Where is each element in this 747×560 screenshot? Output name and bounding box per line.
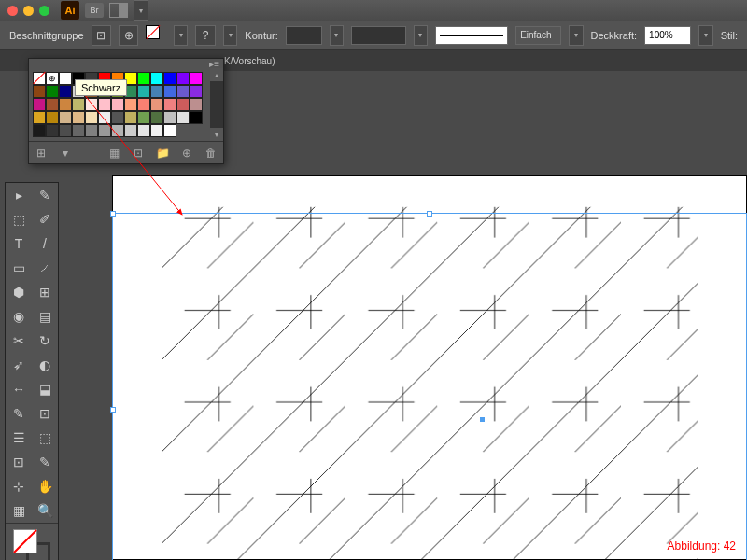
swatch[interactable] xyxy=(190,72,203,85)
swatch[interactable] xyxy=(59,98,72,111)
swatch[interactable] xyxy=(163,111,176,124)
tool-button[interactable]: ✐ xyxy=(32,207,58,231)
swatch[interactable] xyxy=(98,124,111,137)
swatch-library-icon[interactable]: ⊞ xyxy=(33,145,49,161)
tool-button[interactable]: ↔ xyxy=(6,377,32,401)
stroke-weight-input[interactable] xyxy=(286,26,322,45)
new-group-icon[interactable]: 📁 xyxy=(154,145,171,161)
tool-button[interactable]: ⊡ xyxy=(32,401,58,426)
stroke-swatch[interactable]: ? xyxy=(195,25,215,46)
fill-swatch[interactable] xyxy=(146,25,165,46)
tool-button[interactable]: ▤ xyxy=(32,304,58,329)
brush-preview[interactable] xyxy=(435,26,508,45)
swatch[interactable] xyxy=(150,124,163,137)
swatch[interactable] xyxy=(59,72,72,85)
tool-button[interactable]: ✋ xyxy=(32,474,58,498)
swatch[interactable] xyxy=(137,98,150,111)
swatch-options-icon[interactable]: ⊡ xyxy=(130,145,147,161)
workspace-layout-button[interactable] xyxy=(109,3,128,18)
transform-icon[interactable]: ⊡ xyxy=(92,25,111,46)
swatch[interactable] xyxy=(176,111,190,124)
document-tab[interactable]: K/Vorschau) xyxy=(224,56,275,66)
swatch[interactable] xyxy=(85,98,98,111)
swatch-menu-icon[interactable]: ▾ xyxy=(57,145,74,161)
tool-button[interactable]: ⬚ xyxy=(32,426,58,450)
scroll-up-icon[interactable]: ▴ xyxy=(210,68,223,81)
swatch[interactable] xyxy=(137,72,150,85)
tool-button[interactable]: ⊹ xyxy=(6,474,32,498)
swatch[interactable] xyxy=(137,85,150,98)
swatch[interactable] xyxy=(33,124,46,137)
swatch-scrollbar[interactable]: ▴ ▾ xyxy=(210,68,223,141)
window-maximize-button[interactable] xyxy=(39,6,49,16)
swatch[interactable] xyxy=(46,85,59,98)
swatch[interactable] xyxy=(176,85,190,98)
swatch[interactable] xyxy=(176,72,190,85)
swatch[interactable] xyxy=(59,111,72,124)
swatch-kind-icon[interactable]: ▦ xyxy=(106,145,122,161)
tool-button[interactable]: ⬓ xyxy=(32,377,58,401)
swatch[interactable] xyxy=(85,124,98,137)
bridge-button[interactable]: Br xyxy=(85,3,104,18)
swatch[interactable] xyxy=(124,111,137,124)
swatch[interactable] xyxy=(137,124,150,137)
stroke-dropdown[interactable]: ▾ xyxy=(223,25,238,46)
fill-color-icon[interactable] xyxy=(13,529,37,553)
artboard[interactable] xyxy=(112,175,747,560)
swatch[interactable] xyxy=(59,124,72,137)
swatch[interactable] xyxy=(33,85,46,98)
swatch[interactable] xyxy=(150,98,163,111)
swatch[interactable] xyxy=(163,72,176,85)
opacity-input[interactable] xyxy=(644,26,691,45)
fill-dropdown[interactable]: ▾ xyxy=(174,25,189,46)
tool-button[interactable]: ⊞ xyxy=(32,280,58,304)
swatch[interactable] xyxy=(163,98,176,111)
swatch[interactable] xyxy=(111,98,124,111)
swatch[interactable] xyxy=(72,98,85,111)
tool-button[interactable]: 🔍 xyxy=(32,498,58,523)
swatch[interactable] xyxy=(137,111,150,124)
fill-stroke-control[interactable] xyxy=(13,529,50,560)
tool-button[interactable]: ✎ xyxy=(32,183,58,207)
tool-button[interactable]: ▦ xyxy=(6,498,32,523)
align-icon[interactable]: ⊕ xyxy=(119,25,138,46)
swatch[interactable] xyxy=(46,111,59,124)
tool-button[interactable]: ☰ xyxy=(6,426,32,450)
tool-button[interactable]: ➶ xyxy=(6,353,32,377)
swatch[interactable] xyxy=(72,124,85,137)
swatch[interactable] xyxy=(150,72,163,85)
new-swatch-icon[interactable]: ⊕ xyxy=(178,145,195,161)
delete-swatch-icon[interactable]: 🗑 xyxy=(203,145,219,161)
tool-button[interactable]: ◐ xyxy=(32,353,58,377)
tool-button[interactable]: ↻ xyxy=(32,329,58,353)
swatch[interactable] xyxy=(72,111,85,124)
swatch[interactable] xyxy=(111,124,124,137)
swatch-registration[interactable]: ⊕ xyxy=(46,72,59,85)
stroke-weight-dropdown[interactable]: ▾ xyxy=(330,25,345,46)
brush-dropdown[interactable]: ▾ xyxy=(569,25,584,46)
stroke-profile-dropdown[interactable]: ▾ xyxy=(414,25,429,46)
window-minimize-button[interactable] xyxy=(23,6,34,16)
tool-button[interactable]: ⬢ xyxy=(6,280,32,304)
swatch[interactable] xyxy=(163,85,176,98)
tool-button[interactable]: T xyxy=(6,231,32,256)
swatch[interactable] xyxy=(124,98,137,111)
tool-button[interactable]: ✂ xyxy=(6,329,32,353)
swatch-none[interactable] xyxy=(33,72,46,85)
swatch[interactable] xyxy=(85,111,98,124)
swatch[interactable] xyxy=(98,98,111,111)
swatch[interactable] xyxy=(98,111,111,124)
swatch[interactable] xyxy=(190,111,203,124)
tool-button[interactable]: ⟋ xyxy=(32,256,58,280)
swatch[interactable] xyxy=(33,98,46,111)
tool-button[interactable]: ▭ xyxy=(6,256,32,280)
opacity-dropdown[interactable]: ▾ xyxy=(698,25,713,46)
swatch[interactable] xyxy=(124,124,137,137)
tool-button[interactable]: ✎ xyxy=(32,450,58,474)
swatch[interactable] xyxy=(163,124,176,137)
tool-button[interactable]: ⊡ xyxy=(6,450,32,474)
swatch[interactable] xyxy=(190,98,203,111)
swatch[interactable] xyxy=(59,85,72,98)
tool-button[interactable]: / xyxy=(32,231,58,256)
workspace-dropdown[interactable]: ▾ xyxy=(134,0,148,21)
